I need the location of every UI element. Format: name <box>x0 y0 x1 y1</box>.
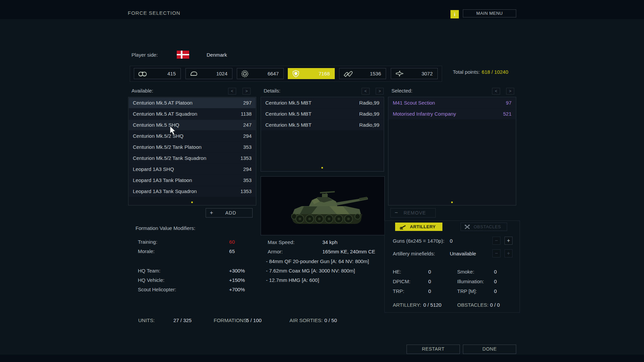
units-value: 27 / 325 <box>173 317 192 323</box>
available-item[interactable]: Centurion Mk.5/2 Tank Squadron1353 <box>129 153 256 164</box>
selected-page-next-button[interactable]: > <box>506 88 514 95</box>
dpicm-value: 0 <box>418 279 431 284</box>
category-vehicles-button[interactable]: 6647 <box>237 68 284 79</box>
remove-button[interactable]: − REMOVE <box>390 208 436 218</box>
artillery-total-label: ARTILLERY: <box>393 302 421 308</box>
total-points-label: Total points: <box>453 69 480 75</box>
category-recon-button[interactable]: 415 <box>134 68 181 79</box>
category-armor-button[interactable]: 7168 <box>288 68 335 79</box>
force-selection-screen: FORCE SELECTION i MAIN MENU Player side:… <box>0 0 644 362</box>
trp-m-value: 0 <box>483 288 497 294</box>
done-button[interactable]: DONE <box>463 345 516 354</box>
max-speed-label: Max Speed: <box>268 239 294 245</box>
available-item[interactable]: Centurion Mk.5 SHQ247 <box>129 120 256 130</box>
trp-value: 0 <box>418 288 431 294</box>
trp-m-label: TRP [M]: <box>457 288 477 294</box>
available-item[interactable]: Centurion Mk.5 AT Platoon297 <box>129 98 256 108</box>
category-infantry-points: 1024 <box>216 71 227 76</box>
units-label: UNITS: <box>138 317 155 323</box>
available-page-next-button[interactable]: > <box>243 88 251 95</box>
training-label: Training: <box>138 239 157 245</box>
details-item[interactable]: Centurion Mk.5 MBTRadio,99 <box>261 109 383 119</box>
category-air-button[interactable]: 3072 <box>391 68 438 79</box>
category-support-button[interactable]: 1536 <box>339 68 386 79</box>
scout-helicopter-label: Scout Helicopter: <box>138 287 176 292</box>
selected-item[interactable]: M41 Scout Section97 <box>389 98 516 108</box>
vehicle-wheel-icon <box>241 70 249 78</box>
denmark-flag-icon <box>177 51 189 59</box>
aircraft-jet-icon <box>395 70 404 78</box>
he-value: 0 <box>418 269 431 275</box>
minefields-increase-button[interactable]: + <box>504 249 513 257</box>
smoke-label: Smoke: <box>457 269 474 275</box>
available-item[interactable]: Leopard 1A3 Tank Squadron1353 <box>129 186 256 197</box>
total-points: Total points:618 / 10240 <box>453 69 508 75</box>
details-page-next-button[interactable]: > <box>376 88 384 95</box>
category-air-points: 3072 <box>422 71 433 76</box>
hq-team-label: HQ Team: <box>138 268 160 274</box>
category-vehicles-points: 6647 <box>268 71 279 76</box>
training-value: 60 <box>215 239 235 245</box>
scout-helicopter-value: +700% <box>211 287 245 292</box>
tab-obstacles[interactable]: OBSTACLES <box>461 223 507 231</box>
available-page-prev-button[interactable]: < <box>228 88 236 95</box>
available-item[interactable]: Centurion Mk.5/2 SHQ294 <box>129 131 256 141</box>
player-country: Denmark <box>207 52 227 58</box>
dpicm-label: DPICM: <box>393 279 411 284</box>
hq-vehicle-value: +150% <box>211 277 245 283</box>
available-item[interactable]: Leopard 1A3 SHQ294 <box>129 164 256 175</box>
hq-team-value: +300% <box>211 268 245 274</box>
selected-item[interactable]: Motorised Infantry Company521 <box>389 109 516 119</box>
weapon-entry: - 7.62mm Coax MG [A: 3000 NV: 800m] <box>266 268 355 274</box>
selected-page-prev-button[interactable]: < <box>492 88 500 95</box>
modifiers-title: Formation Value Modifiers: <box>136 225 195 231</box>
available-item[interactable]: Centurion Mk.5/2 Tank Platoon353 <box>129 142 256 153</box>
air-sorties-label: AIR SORTIES: <box>289 317 323 323</box>
tab-artillery[interactable]: ARTILLERY <box>395 223 442 231</box>
guns-decrease-button[interactable]: − <box>492 237 500 245</box>
weapon-entry: - 84mm QF 20-pounder Gun [A: 64 NV: 800m… <box>266 258 369 264</box>
available-page-dot <box>191 201 193 203</box>
air-sorties-value: 0 / 50 <box>324 317 337 323</box>
details-page-prev-button[interactable]: < <box>362 88 370 95</box>
unit-image-tank <box>261 177 384 234</box>
details-list: Centurion Mk.5 MBTRadio,99 Centurion Mk.… <box>261 97 384 172</box>
max-speed-value: 34 kph <box>322 239 337 245</box>
armor-shield-icon <box>292 70 300 78</box>
details-item[interactable]: Centurion Mk.5 MBTRadio,99 <box>261 98 383 108</box>
ammo-shells-icon <box>343 70 353 78</box>
available-list: Centurion Mk.5 AT Platoon297 Centurion M… <box>128 97 256 205</box>
unit-image-box <box>261 176 385 235</box>
available-header: Available: <box>131 88 153 94</box>
howitzer-icon <box>399 224 407 230</box>
available-item[interactable]: Centurion Mk.5 AT Squadron1138 <box>129 109 256 119</box>
artillery-total-value: 0 / 5120 <box>423 302 441 308</box>
main-menu-button[interactable]: MAIN MENU <box>463 9 516 17</box>
hq-vehicle-label: HQ Vehicle: <box>138 277 164 283</box>
smoke-value: 0 <box>483 269 497 275</box>
guns-label: Guns (6x245 = 1470p): <box>393 238 444 244</box>
category-recon-points: 415 <box>167 71 176 76</box>
player-side-label: Player side: <box>131 52 158 58</box>
restart-button[interactable]: RESTART <box>407 345 460 354</box>
details-item[interactable]: Centurion Mk.5 MBTRadio,99 <box>261 120 383 130</box>
category-infantry-button[interactable]: 1024 <box>185 68 232 79</box>
info-button[interactable]: i <box>450 10 459 18</box>
support-panel <box>384 221 520 313</box>
mouse-cursor <box>169 126 176 135</box>
add-button[interactable]: + ADD <box>206 208 253 218</box>
selected-header: Selected: <box>391 88 413 94</box>
obstacles-total-value: 0 / 0 <box>490 302 500 308</box>
guns-increase-button[interactable]: + <box>504 237 513 245</box>
minefields-decrease-button[interactable]: − <box>492 249 500 257</box>
details-page-dot <box>321 167 323 169</box>
crossed-tools-icon <box>464 224 470 230</box>
page-title: FORCE SELECTION <box>128 10 180 16</box>
illumination-value: 0 <box>483 279 497 284</box>
recon-binoculars-icon <box>138 70 147 77</box>
weapon-entry: - 12.7mm HMG [A: 600] <box>266 277 319 283</box>
available-item[interactable]: Leopard 1A3 Tank Platoon353 <box>129 175 256 186</box>
formations-value: 5 / 100 <box>246 317 262 323</box>
details-header: Details: <box>264 88 280 94</box>
trp-label: TRP: <box>393 288 404 294</box>
